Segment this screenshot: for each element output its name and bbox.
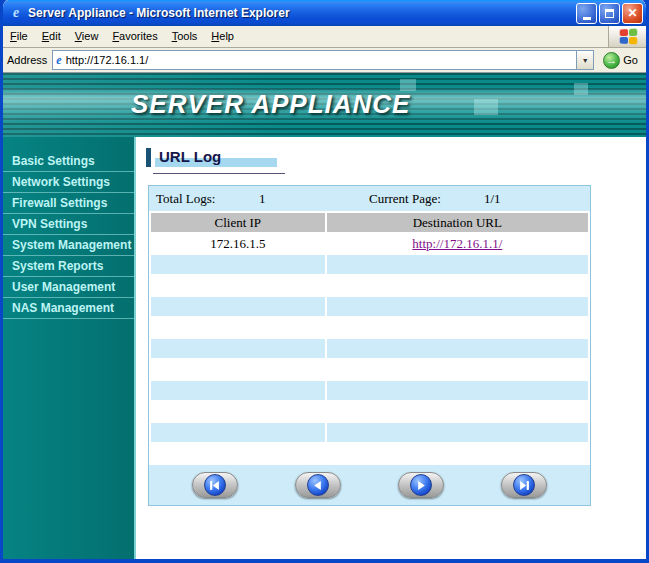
maximize-icon	[605, 9, 614, 18]
address-dropdown-button[interactable]: ▼	[576, 51, 593, 69]
page-icon: e	[56, 53, 61, 68]
sidebar-item-firewall-settings[interactable]: Firewall Settings	[3, 193, 134, 214]
address-label: Address	[7, 54, 47, 66]
empty-row	[150, 359, 589, 380]
last-page-icon	[513, 474, 535, 496]
empty-cell	[150, 254, 326, 275]
sidebar-item-network-settings[interactable]: Network Settings	[3, 172, 134, 193]
menu-file[interactable]: File	[3, 26, 35, 47]
empty-row	[150, 296, 589, 317]
last-page-button[interactable]	[501, 472, 547, 498]
address-bar: Address e http://172.16.1.1/ ▼ → Go	[3, 48, 646, 73]
empty-cell	[150, 338, 326, 359]
destination-url-header: Destination URL	[326, 212, 589, 233]
total-logs-label: Total Logs:	[149, 191, 259, 207]
destination-url-link[interactable]: http://172.16.1.1/	[412, 236, 502, 251]
client-ip-header: Client IP	[150, 212, 326, 233]
sidebar-item-nas-management[interactable]: NAS Management	[3, 298, 134, 319]
ie-icon: e	[8, 5, 24, 21]
sidebar-item-system-management[interactable]: System Management	[3, 235, 134, 256]
minimize-icon	[583, 17, 591, 20]
empty-cell	[326, 317, 589, 338]
address-value: http://172.16.1.1/	[66, 54, 149, 66]
empty-cell	[150, 296, 326, 317]
banner-decoration	[474, 99, 498, 115]
empty-cell	[326, 443, 589, 464]
title-underline	[153, 173, 285, 174]
main-area: URL Log Total Logs: 1 Current Page: 1/1	[136, 137, 646, 559]
menu-tools[interactable]: Tools	[165, 26, 205, 47]
close-button[interactable]: ✕	[622, 3, 643, 24]
page-title: URL Log	[159, 148, 221, 165]
banner-title: SERVER APPLIANCE	[131, 89, 410, 120]
empty-row	[150, 401, 589, 422]
page-content: SERVER APPLIANCE Basic SettingsNetwork S…	[3, 73, 646, 559]
empty-row	[150, 317, 589, 338]
prev-page-button[interactable]	[295, 472, 341, 498]
menu-bar: FileEditViewFavoritesToolsHelp	[3, 26, 646, 48]
title-accent-bar	[146, 148, 151, 167]
menu-edit[interactable]: Edit	[35, 26, 68, 47]
empty-cell	[150, 422, 326, 443]
prev-page-icon	[307, 474, 329, 496]
log-summary: Total Logs: 1 Current Page: 1/1	[149, 186, 590, 211]
log-table-body: 172.16.1.5http://172.16.1.1/	[150, 233, 589, 464]
empty-row	[150, 275, 589, 296]
empty-cell	[150, 359, 326, 380]
sidebar-item-basic-settings[interactable]: Basic Settings	[3, 151, 134, 172]
empty-row	[150, 254, 589, 275]
sidebar-item-user-management[interactable]: User Management	[3, 277, 134, 298]
menu-view[interactable]: View	[68, 26, 106, 47]
empty-cell	[326, 380, 589, 401]
empty-cell	[150, 443, 326, 464]
empty-cell	[326, 422, 589, 443]
empty-cell	[150, 275, 326, 296]
destination-url-cell: http://172.16.1.1/	[326, 233, 589, 254]
window-title: Server Appliance - Microsoft Internet Ex…	[28, 6, 576, 20]
title-bar[interactable]: e Server Appliance - Microsoft Internet …	[3, 0, 646, 26]
go-label: Go	[623, 54, 638, 66]
total-logs-value: 1	[259, 191, 369, 207]
empty-cell	[326, 338, 589, 359]
address-input[interactable]: e http://172.16.1.1/ ▼	[52, 50, 594, 70]
empty-cell	[150, 401, 326, 422]
windows-logo	[608, 26, 646, 47]
empty-cell	[150, 317, 326, 338]
client-ip-cell: 172.16.1.5	[150, 233, 326, 254]
url-log-table: Client IP Destination URL 172.16.1.5http…	[149, 211, 590, 465]
browser-window: e Server Appliance - Microsoft Internet …	[0, 0, 649, 563]
banner-decoration	[400, 79, 416, 91]
sidebar-item-system-reports[interactable]: System Reports	[3, 256, 134, 277]
page-title-block: URL Log	[146, 147, 646, 179]
menu-favorites[interactable]: Favorites	[105, 26, 164, 47]
menu-items: FileEditViewFavoritesToolsHelp	[3, 26, 241, 47]
empty-row	[150, 338, 589, 359]
next-page-icon	[410, 474, 432, 496]
empty-row	[150, 443, 589, 464]
pagination	[149, 465, 590, 505]
banner: SERVER APPLIANCE	[3, 73, 646, 137]
table-row: 172.16.1.5http://172.16.1.1/	[150, 233, 589, 254]
windows-flag-icon	[619, 29, 637, 45]
first-page-button[interactable]	[192, 472, 238, 498]
minimize-button[interactable]	[576, 3, 597, 24]
empty-cell	[326, 401, 589, 422]
sidebar-item-vpn-settings[interactable]: VPN Settings	[3, 214, 134, 235]
maximize-button[interactable]	[599, 3, 620, 24]
empty-row	[150, 422, 589, 443]
menu-spacer	[241, 26, 608, 47]
empty-cell	[326, 359, 589, 380]
empty-row	[150, 380, 589, 401]
go-arrow-icon: →	[603, 52, 620, 69]
empty-cell	[150, 380, 326, 401]
current-page-label: Current Page:	[369, 191, 484, 207]
menu-help[interactable]: Help	[204, 26, 241, 47]
next-page-button[interactable]	[398, 472, 444, 498]
log-panel: Total Logs: 1 Current Page: 1/1 Client I…	[148, 185, 591, 506]
first-page-icon	[204, 474, 226, 496]
body-row: Basic SettingsNetwork SettingsFirewall S…	[3, 137, 646, 559]
current-page-value: 1/1	[484, 191, 590, 207]
go-button[interactable]: → Go	[599, 52, 642, 69]
empty-cell	[326, 275, 589, 296]
banner-decoration	[574, 83, 588, 95]
